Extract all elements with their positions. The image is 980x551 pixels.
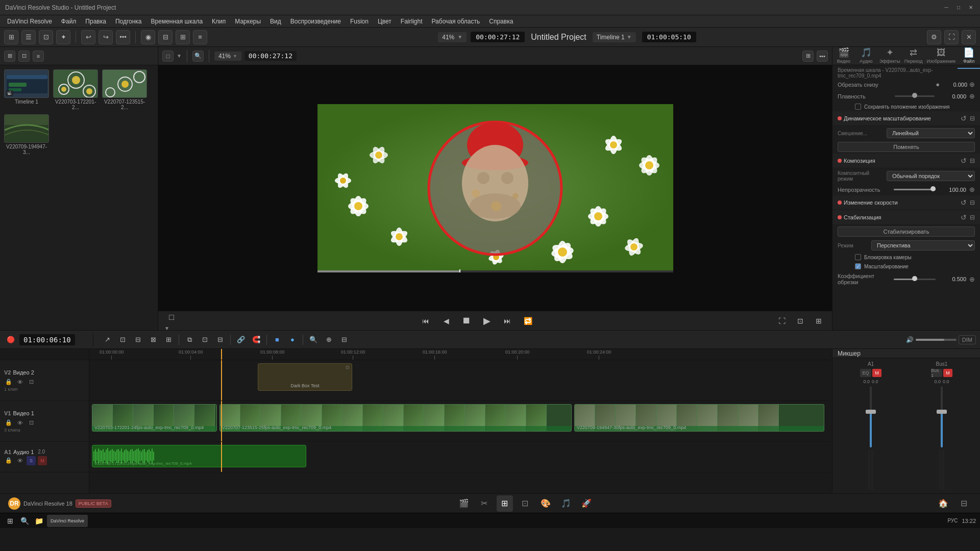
clip-a1-1[interactable]: V220703-172201-24fps-auto_exp-tmc_rec709… xyxy=(92,445,306,467)
toolbar-settings[interactable]: ⚙ xyxy=(927,30,941,44)
cut-below-value[interactable]: 0.000 xyxy=(942,82,967,88)
dock-settings[interactable]: 🏠 xyxy=(935,495,951,512)
transport-skip-end[interactable]: ⏭ xyxy=(500,314,514,328)
composition-reset[interactable]: ↺ xyxy=(961,157,967,165)
v1-lock[interactable]: 🔒 xyxy=(4,418,13,428)
smoothness-thumb[interactable] xyxy=(912,93,917,98)
loop-btn[interactable]: □ xyxy=(164,310,179,324)
composition-toggle[interactable]: ⊟ xyxy=(970,157,975,164)
minimize-button[interactable]: ─ xyxy=(942,4,950,12)
camera-lock-checkbox[interactable] xyxy=(855,254,861,260)
taskbar-search[interactable]: 🔍 xyxy=(18,515,31,527)
dock-fairlight[interactable]: 🎵 xyxy=(558,495,574,512)
dynamic-scale-section[interactable]: Динамическое масштабирование ↺ ⊟ xyxy=(832,111,980,126)
transport-skip-start[interactable]: ⏮ xyxy=(419,314,433,328)
opacity-thumb[interactable] xyxy=(930,186,936,191)
close-button[interactable]: ✕ xyxy=(967,4,975,12)
tl-snap2[interactable]: 🧲 xyxy=(250,333,263,346)
smoothness-plus[interactable]: ⊕ xyxy=(969,92,975,100)
transport-loop[interactable]: 🔁 xyxy=(521,314,535,328)
tl-audio[interactable]: ● xyxy=(286,333,299,346)
tl-slip[interactable]: ⊠ xyxy=(146,333,160,346)
menu-help[interactable]: Справка xyxy=(485,17,517,26)
media-item-v220707[interactable]: V220707-123515-2... xyxy=(102,69,147,110)
toolbar-undo[interactable]: ↩ xyxy=(81,30,95,44)
inspector-scroll[interactable]: Обрезать снизу ● 0.000 ⊕ Плавность 0.000… xyxy=(832,79,980,330)
dock-fusion[interactable]: ⊡ xyxy=(517,495,533,512)
menu-playback[interactable]: Воспроизведение xyxy=(286,17,345,26)
tl-vol-icon[interactable]: 🔊 xyxy=(906,336,914,343)
toolbar-metadata[interactable]: ☰ xyxy=(21,30,36,44)
toolbar-inspector-toggle[interactable]: ⊡ xyxy=(39,30,53,44)
stabilize-toggle[interactable]: ⊟ xyxy=(970,214,975,221)
dock-media[interactable]: 🎬 xyxy=(456,495,472,512)
media-item-v220709[interactable]: V220709-194947-3... xyxy=(4,114,49,155)
menu-clip[interactable]: Клип xyxy=(208,17,230,26)
speed-section[interactable]: Изменение скорости ↺ ⊟ xyxy=(832,195,980,210)
preview-tb-dropdown[interactable]: ▼ xyxy=(177,53,182,59)
menu-fusion[interactable]: Fusion xyxy=(346,17,373,26)
transport-drop[interactable]: ▼ xyxy=(164,325,169,331)
speed-reset[interactable]: ↺ xyxy=(961,198,967,207)
save-pos-checkbox[interactable] xyxy=(855,104,861,110)
stabilize-section[interactable]: Стабилизация ↺ ⊟ xyxy=(832,210,980,225)
transport-stop[interactable]: ⏹ xyxy=(459,314,474,328)
scale-checkbox[interactable]: ✓ xyxy=(855,263,861,269)
zoom-dropdown-icon[interactable]: ▼ xyxy=(457,34,462,40)
transport-fullscreen[interactable]: ⛶ xyxy=(775,314,789,328)
mixer-bus1-m[interactable]: M xyxy=(943,369,952,377)
toolbar-list[interactable]: ≡ xyxy=(193,30,207,44)
stabilize-reset[interactable]: ↺ xyxy=(961,213,967,221)
tl-crop[interactable]: ⊡ xyxy=(198,333,211,346)
tl-snap[interactable]: 🔴 xyxy=(4,333,17,346)
media-pool-view-icons[interactable]: ⊡ xyxy=(18,51,30,62)
dim-button[interactable]: DIM xyxy=(959,335,976,344)
dynamic-scale-toggle[interactable]: ⊟ xyxy=(970,115,975,122)
menu-markers[interactable]: Маркеры xyxy=(231,17,265,26)
mixer-bus1-thumb[interactable] xyxy=(937,410,947,414)
clip-v1-1[interactable]: V220703-172201-24fps-auto_exp-tmc_rec709… xyxy=(92,404,217,432)
media-pool-add[interactable]: ⊞ xyxy=(4,51,15,62)
tl-transform[interactable]: ⧉ xyxy=(183,333,196,346)
toolbar-grid[interactable]: ⊞ xyxy=(176,30,190,44)
composition-section[interactable]: Композиция ↺ ⊟ xyxy=(832,154,980,168)
opacity-plus[interactable]: ⊕ xyxy=(969,186,975,193)
a1-eye[interactable]: 👁 xyxy=(15,456,24,465)
insp-tab-image[interactable]: 🖼 Изображение xyxy=(924,43,958,69)
media-pool-view-list[interactable]: ≡ xyxy=(33,51,44,62)
toolbar-media-pool[interactable]: ⊞ xyxy=(4,30,18,44)
a1-s[interactable]: S xyxy=(27,456,36,465)
tl-link[interactable]: 🔗 xyxy=(234,333,248,346)
v2-auto[interactable]: ⊡ xyxy=(27,378,36,387)
zoom-display[interactable]: 41% ▼ xyxy=(214,52,241,61)
mixer-a1-thumb[interactable] xyxy=(866,410,876,414)
crop-coeff-value[interactable]: 0.500 xyxy=(941,276,966,282)
smoothness-value[interactable]: 0.000 xyxy=(941,93,966,99)
timecode-display[interactable]: 00:00:27:12 xyxy=(244,51,297,61)
cut-below-plus[interactable]: ⊕ xyxy=(969,81,975,88)
toolbar-snap[interactable]: ⊟ xyxy=(158,30,173,44)
clip-v2-text[interactable]: Dark Box Test ⊡ xyxy=(258,363,352,391)
transport-play[interactable]: ▶ xyxy=(480,314,494,328)
tl-zoom-fit[interactable]: ⊟ xyxy=(337,333,351,346)
toolbar-redo[interactable]: ↪ xyxy=(99,30,113,44)
v2-eye[interactable]: 👁 xyxy=(15,378,24,387)
dock-color[interactable]: 🎨 xyxy=(537,495,554,512)
tl-select[interactable]: ↗ xyxy=(101,333,114,346)
opacity-value[interactable]: 100.00 xyxy=(941,187,966,193)
a1-m[interactable]: M xyxy=(38,456,47,465)
menu-file[interactable]: Файл xyxy=(57,17,81,26)
toolbar-close-panel[interactable]: ✕ xyxy=(962,30,976,44)
mixer-bus1-eq[interactable]: Bus 1 xyxy=(931,369,942,377)
taskbar-start[interactable]: ⊞ xyxy=(4,515,16,527)
dock-info[interactable]: ⊟ xyxy=(955,495,972,512)
transport-zoom[interactable]: ⊞ xyxy=(812,314,826,328)
tl-blade[interactable]: ⊡ xyxy=(116,333,129,346)
preview-more[interactable]: ••• xyxy=(817,51,828,62)
timeline-selector[interactable]: Timeline 1 ▼ xyxy=(593,32,636,42)
speed-toggle[interactable]: ⊟ xyxy=(970,199,975,206)
cut-below-circle[interactable]: ● xyxy=(936,81,940,88)
toolbar-marker[interactable]: ◉ xyxy=(141,30,155,44)
a1-lock[interactable]: 🔒 xyxy=(4,456,13,465)
tl-timecode[interactable]: 01:00:06:10 xyxy=(19,334,75,345)
